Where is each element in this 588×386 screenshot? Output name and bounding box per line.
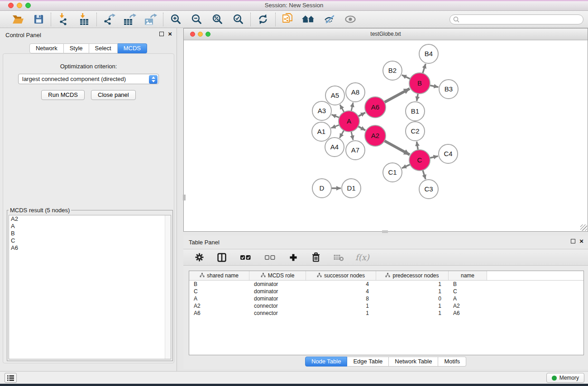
network-horizontal-scroll-thumb[interactable]: [382, 230, 388, 233]
tab-select[interactable]: Select: [89, 43, 118, 53]
node-label-A5: A5: [331, 91, 339, 99]
edge-C-C3[interactable]: [422, 169, 425, 179]
new-network-from-selection-icon[interactable]: [281, 13, 295, 26]
tab-network[interactable]: Network: [29, 43, 64, 53]
edge-B-B2[interactable]: [402, 75, 411, 79]
desktop-background-strip: [0, 384, 588, 386]
cell: dominator: [249, 288, 306, 295]
cell: B: [449, 281, 487, 288]
show-all-icon[interactable]: [344, 13, 357, 26]
mcds-result-item[interactable]: B: [9, 230, 171, 237]
node-label-C1: C1: [388, 168, 397, 176]
show-panels-list-button[interactable]: [5, 373, 17, 383]
net-maximize-button[interactable]: [206, 32, 210, 37]
memory-button[interactable]: Memory: [546, 373, 584, 383]
column-header-shared-name[interactable]: shared name: [189, 271, 249, 280]
edge-A-A8[interactable]: [351, 102, 353, 112]
create-column-plus-icon[interactable]: [287, 252, 299, 263]
tab-mcds[interactable]: MCDS: [118, 43, 147, 53]
float-table-panel-icon[interactable]: [571, 239, 575, 243]
edge-A-A7[interactable]: [351, 131, 353, 140]
refresh-icon[interactable]: [256, 13, 270, 26]
search-input[interactable]: [460, 15, 583, 24]
optimization-criterion-label: Optimization criterion:: [3, 63, 174, 70]
edge-A-A2[interactable]: [357, 126, 365, 130]
mcds-result-item[interactable]: C: [9, 237, 171, 244]
tab-node-table[interactable]: Node Table: [305, 357, 348, 367]
open-session-icon[interactable]: [11, 13, 24, 26]
import-table-icon[interactable]: [77, 13, 91, 26]
save-session-icon[interactable]: [32, 13, 45, 26]
result-scrollbar[interactable]: [165, 215, 171, 359]
import-network-icon[interactable]: [57, 13, 70, 26]
function-builder-icon[interactable]: f(x): [355, 253, 369, 262]
network-window-titlebar[interactable]: testGlobe.txt: [184, 29, 588, 40]
edge-B-B3[interactable]: [429, 85, 439, 87]
table-row[interactable]: Adominator80A: [189, 295, 583, 302]
cell: 8: [306, 295, 376, 302]
edge-B-B4[interactable]: [422, 64, 425, 74]
search-field[interactable]: [449, 14, 583, 24]
export-image-icon[interactable]: [144, 13, 158, 26]
tab-network-table[interactable]: Network Table: [389, 357, 438, 367]
main-toolbar: [0, 11, 588, 28]
mcds-result-item[interactable]: A: [9, 223, 171, 230]
edge-A-A1[interactable]: [331, 124, 340, 128]
delete-table-icon[interactable]: [333, 252, 344, 263]
deselect-all-columns-icon[interactable]: [263, 252, 277, 263]
tab-style[interactable]: Style: [64, 43, 89, 53]
zoom-fit-icon[interactable]: [210, 13, 224, 26]
float-panel-icon[interactable]: [159, 32, 164, 36]
select-all-columns-icon[interactable]: [239, 252, 252, 263]
column-header-predecessor-nodes[interactable]: predecessor nodes: [376, 271, 449, 280]
optimization-criterion-select[interactable]: largest connected component (directed): [18, 74, 159, 84]
mcds-result-item[interactable]: A6: [9, 244, 171, 252]
net-minimize-button[interactable]: [198, 32, 203, 37]
zoom-in-icon[interactable]: [169, 13, 182, 26]
table-settings-gear-icon[interactable]: [193, 252, 205, 263]
edge-A6-B[interactable]: [383, 89, 410, 103]
edge-A-A4[interactable]: [339, 129, 344, 138]
maximize-window-button[interactable]: [25, 3, 31, 8]
export-network-icon[interactable]: [102, 13, 116, 26]
edge-A-A3[interactable]: [331, 114, 340, 118]
network-canvas[interactable]: B4B2BB3A5A8A6A3B1AA1C2A2A4A7C4CC1C3DD1: [184, 40, 588, 231]
zoom-selected-icon[interactable]: [231, 13, 245, 26]
tab-motifs[interactable]: Motifs: [438, 357, 466, 367]
cell: dominator: [249, 281, 306, 288]
table-row[interactable]: A6connector11A6: [189, 310, 583, 317]
minimize-window-button[interactable]: [17, 3, 22, 8]
edge-C-C1[interactable]: [402, 164, 411, 168]
close-panel-icon[interactable]: ×: [168, 31, 172, 37]
table-tabs: Node TableEdge TableNetwork TableMotifs: [305, 357, 466, 367]
control-panel: Control Panel × NetworkStyleSelectMCDS O…: [0, 28, 177, 371]
node-label-A6: A6: [371, 103, 379, 111]
column-header-name[interactable]: name: [449, 271, 487, 280]
toggle-columns-icon[interactable]: [216, 252, 228, 263]
table-row[interactable]: A2connector11A2: [189, 302, 583, 310]
close-window-button[interactable]: [8, 3, 14, 8]
hide-selected-icon[interactable]: [323, 13, 336, 26]
tab-edge-table[interactable]: Edge Table: [347, 357, 389, 367]
delete-column-trash-icon[interactable]: [310, 252, 322, 263]
export-table-icon[interactable]: [123, 13, 137, 26]
close-table-panel-icon[interactable]: ×: [579, 238, 583, 244]
column-header-successor-nodes[interactable]: successor nodes: [306, 271, 376, 280]
table-row[interactable]: Cdominator41C: [189, 288, 583, 295]
zoom-out-icon[interactable]: [190, 13, 203, 26]
network-resize-grip[interactable]: [580, 224, 587, 231]
edge-A-A5[interactable]: [340, 105, 344, 113]
net-close-button[interactable]: [190, 32, 195, 37]
column-header-MCDS-role[interactable]: MCDS role: [249, 271, 306, 280]
edge-C-C2[interactable]: [417, 142, 418, 151]
close-panel-button[interactable]: Close panel: [91, 90, 136, 100]
network-vertical-scroll-thumb[interactable]: [183, 195, 186, 200]
edge-A2-C[interactable]: [383, 140, 410, 155]
first-neighbors-icon[interactable]: [302, 13, 316, 26]
table-row[interactable]: Bdominator41B: [189, 281, 583, 288]
network-graph-svg: B4B2BB3A5A8A6A3B1AA1C2A2A4A7C4CC1C3DD1: [184, 40, 588, 231]
mcds-result-item[interactable]: A2: [9, 215, 171, 223]
edge-C-C4[interactable]: [429, 156, 438, 158]
run-mcds-button[interactable]: Run MCDS: [41, 90, 85, 100]
memory-label: Memory: [559, 375, 579, 381]
